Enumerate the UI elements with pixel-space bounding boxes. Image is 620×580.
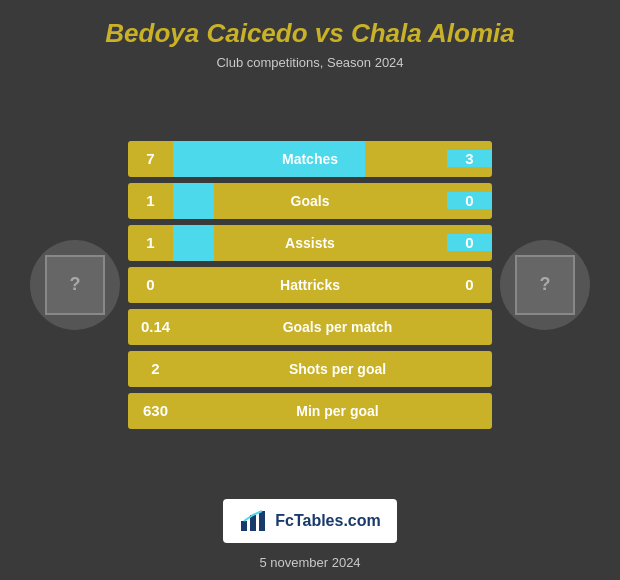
stats-container: 7Matches31Goals01Assists00Hattricks00.14… xyxy=(120,141,500,429)
stat-right-assists: 0 xyxy=(447,234,492,251)
stat-row-shots-per-goal: 2Shots per goal xyxy=(128,351,492,387)
stat-label-matches: Matches xyxy=(282,151,338,167)
stat-label-hattricks: Hattricks xyxy=(280,277,340,293)
stat-row-hattricks: 0Hattricks0 xyxy=(128,267,492,303)
avatar-right-icon: ? xyxy=(540,274,551,295)
avatar-left-inner: ? xyxy=(45,255,105,315)
avatar-left-icon: ? xyxy=(70,274,81,295)
stat-row-assists: 1Assists0 xyxy=(128,225,492,261)
avatar-right-inner: ? xyxy=(515,255,575,315)
stat-bar-hattricks: Hattricks xyxy=(173,267,447,303)
footer-date: 5 november 2024 xyxy=(259,549,360,580)
stat-left-matches: 7 xyxy=(128,150,173,167)
stat-label-min-per-goal: Min per goal xyxy=(183,403,492,419)
stat-row-min-per-goal: 630Min per goal xyxy=(128,393,492,429)
logo-box: FcTables.com xyxy=(223,499,397,543)
logo-text: FcTables.com xyxy=(275,512,381,530)
avatar-left: ? xyxy=(30,240,120,330)
stat-label-shots-per-goal: Shots per goal xyxy=(183,361,492,377)
stat-fill-goals xyxy=(173,183,214,219)
stat-right-hattricks: 0 xyxy=(447,276,492,293)
header: Bedoya Caicedo vs Chala Alomia Club comp… xyxy=(0,0,620,80)
stat-fill-assists xyxy=(173,225,214,261)
stat-row-goals-per-match: 0.14Goals per match xyxy=(128,309,492,345)
main-title: Bedoya Caicedo vs Chala Alomia xyxy=(10,18,610,49)
stat-row-goals: 1Goals0 xyxy=(128,183,492,219)
subtitle: Club competitions, Season 2024 xyxy=(10,55,610,70)
fctables-logo-icon xyxy=(239,507,267,535)
logo-area: FcTables.com xyxy=(0,489,620,549)
avatar-right: ? xyxy=(500,240,590,330)
stat-left-hattricks: 0 xyxy=(128,276,173,293)
stat-bar-assists: Assists xyxy=(173,225,447,261)
stat-label-goals: Goals xyxy=(291,193,330,209)
stat-row-matches: 7Matches3 xyxy=(128,141,492,177)
svg-rect-2 xyxy=(259,511,265,531)
stat-right-goals: 0 xyxy=(447,192,492,209)
stat-value-min-per-goal: 630 xyxy=(128,402,183,419)
stat-label-assists: Assists xyxy=(285,235,335,251)
stat-left-assists: 1 xyxy=(128,234,173,251)
stat-right-matches: 3 xyxy=(447,150,492,167)
stat-left-goals: 1 xyxy=(128,192,173,209)
stat-value-goals-per-match: 0.14 xyxy=(128,318,183,335)
stat-bar-matches: Matches xyxy=(173,141,447,177)
stat-bar-goals: Goals xyxy=(173,183,447,219)
stat-label-goals-per-match: Goals per match xyxy=(183,319,492,335)
stat-value-shots-per-goal: 2 xyxy=(128,360,183,377)
content-area: ? 7Matches31Goals01Assists00Hattricks00.… xyxy=(0,80,620,489)
svg-rect-0 xyxy=(241,521,247,531)
